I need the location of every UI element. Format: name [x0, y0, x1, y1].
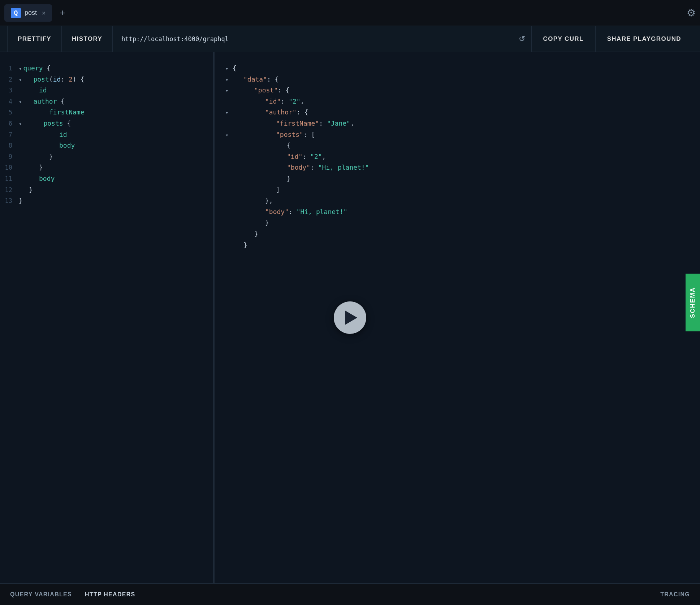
- query-line: 5firstName: [0, 107, 213, 118]
- line-content: body: [19, 140, 207, 151]
- line-number: 10: [0, 162, 19, 173]
- line-content: ▾author {: [19, 96, 207, 107]
- line-number: 3: [0, 85, 19, 96]
- line-number: 4: [0, 96, 19, 107]
- line-content: firstName: [19, 107, 207, 118]
- query-line: 11body: [0, 173, 213, 184]
- json-toggle[interactable]: ▾: [225, 65, 231, 73]
- query-line: 3id: [0, 85, 213, 96]
- tab-close-button[interactable]: ✕: [42, 9, 46, 17]
- result-line: }: [225, 173, 689, 184]
- toolbar: PRETTIFY HISTORY ↺ COPY CURL SHARE PLAYG…: [0, 26, 700, 52]
- query-line: 2▾post(id: 2) {: [0, 74, 213, 85]
- line-number: 13: [0, 196, 19, 206]
- json-toggle[interactable]: ▾: [225, 76, 231, 84]
- query-line: 1▾query {: [0, 63, 213, 74]
- line-number: 8: [0, 140, 19, 151]
- settings-icon[interactable]: ⚙: [687, 7, 696, 19]
- result-line: "firstName": "Jane",: [225, 118, 689, 129]
- url-bar: ↺: [113, 26, 531, 52]
- play-button-container: [334, 301, 366, 334]
- result-line: ]: [225, 184, 689, 196]
- line-content: }: [19, 162, 207, 173]
- tab-bar: Q post ✕ + ⚙: [0, 0, 700, 26]
- result-line: "id": "2",: [225, 151, 689, 162]
- query-line: 10}: [0, 162, 213, 173]
- play-icon: [345, 310, 357, 325]
- result-line: ▾"data": {: [225, 74, 689, 85]
- result-line: ▾"posts": [: [225, 129, 689, 140]
- query-line: 7id: [0, 129, 213, 140]
- line-content: body: [19, 173, 207, 184]
- json-toggle[interactable]: ▾: [225, 109, 231, 117]
- line-content: id: [19, 85, 207, 96]
- result-line: }: [225, 228, 689, 240]
- result-display: ▾{▾"data": {▾"post": {"id": "2",▾"author…: [215, 59, 700, 254]
- result-line: ▾{: [225, 63, 689, 74]
- query-line: 4▾author {: [0, 96, 213, 107]
- run-query-button[interactable]: [334, 301, 366, 334]
- query-editor[interactable]: 1▾query {2▾post(id: 2) {3id4▾author {5fi…: [0, 59, 213, 210]
- result-line: "id": "2",: [225, 96, 689, 107]
- result-line: ▾"author": {: [225, 107, 689, 118]
- bottom-tabs-left: QUERY VARIABLES HTTP HEADERS: [10, 591, 135, 598]
- line-content: id: [19, 129, 207, 140]
- line-number: 2: [0, 74, 19, 85]
- line-content: }: [19, 195, 207, 206]
- query-line: 12}: [0, 184, 213, 196]
- line-number: 1: [0, 63, 19, 74]
- line-content: ▾posts {: [19, 118, 207, 129]
- history-button[interactable]: HISTORY: [62, 26, 113, 52]
- result-line: ▾"post": {: [225, 85, 689, 96]
- http-headers-tab[interactable]: HTTP HEADERS: [85, 591, 135, 598]
- line-number: 5: [0, 107, 19, 118]
- reload-button[interactable]: ↺: [519, 34, 525, 44]
- line-content: }: [19, 184, 207, 196]
- query-line: 8body: [0, 140, 213, 151]
- schema-sidebar-button[interactable]: SCHEMA: [686, 274, 700, 331]
- copy-curl-button[interactable]: COPY CURL: [531, 26, 596, 52]
- tab-label: post: [25, 9, 37, 17]
- prettify-button[interactable]: PRETTIFY: [7, 26, 62, 52]
- json-toggle[interactable]: ▾: [225, 87, 231, 95]
- result-line: }: [225, 240, 689, 251]
- tab-post[interactable]: Q post ✕: [4, 4, 52, 22]
- tab-icon: Q: [11, 8, 21, 18]
- result-line: {: [225, 140, 689, 151]
- line-number: 12: [0, 185, 19, 195]
- tracing-button[interactable]: TRACING: [660, 591, 690, 598]
- share-playground-button[interactable]: SHARE PLAYGROUND: [596, 26, 693, 52]
- result-line: "body": "Hi, planet!": [225, 162, 689, 173]
- query-line: 9}: [0, 151, 213, 162]
- query-line: 13}: [0, 195, 213, 206]
- query-variables-tab[interactable]: QUERY VARIABLES: [10, 591, 72, 598]
- bottom-bar: QUERY VARIABLES HTTP HEADERS TRACING: [0, 583, 700, 605]
- line-content: ▾post(id: 2) {: [19, 74, 207, 85]
- result-line: }: [225, 217, 689, 228]
- line-content: ▾query {: [19, 63, 207, 74]
- line-number: 6: [0, 118, 19, 129]
- main-content: 1▾query {2▾post(id: 2) {3id4▾author {5fi…: [0, 52, 700, 583]
- line-number: 9: [0, 152, 19, 162]
- line-content: }: [19, 151, 207, 162]
- line-number: 11: [0, 174, 19, 184]
- result-line: "body": "Hi, planet!": [225, 206, 689, 218]
- query-line: 6▾posts {: [0, 118, 213, 129]
- json-toggle[interactable]: ▾: [225, 131, 231, 140]
- line-number: 7: [0, 130, 19, 140]
- tab-bar-left: Q post ✕ +: [4, 4, 70, 22]
- url-input[interactable]: [121, 35, 518, 43]
- add-tab-button[interactable]: +: [55, 4, 70, 21]
- query-panel: 1▾query {2▾post(id: 2) {3id4▾author {5fi…: [0, 52, 213, 583]
- result-line: },: [225, 195, 689, 206]
- results-panel: ▾{▾"data": {▾"post": {"id": "2",▾"author…: [215, 52, 700, 583]
